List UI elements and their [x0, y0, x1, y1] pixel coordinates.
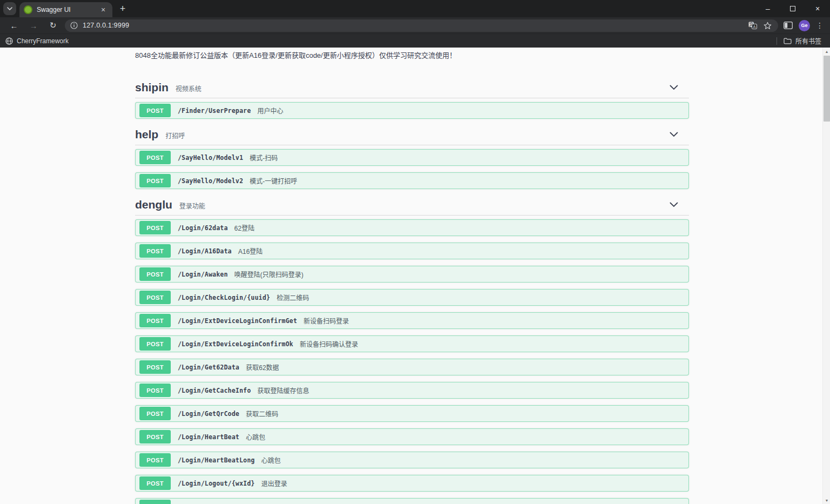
tag-description: 登录功能: [179, 201, 205, 210]
chevron-down-icon: [670, 202, 678, 207]
swagger-page: 8048全功能最新修订公益版本（更新A16登录/更新获取code/更新小程序授权…: [0, 48, 830, 504]
bookmark-star-icon[interactable]: [764, 22, 772, 30]
maximize-button[interactable]: [780, 0, 805, 17]
endpoint-summary: 心跳包: [261, 455, 280, 465]
browser-menu-button[interactable]: ⋮: [816, 21, 824, 30]
method-badge: POST: [139, 291, 171, 304]
operations-list: POST /Login/62data 62登陆 POST /Login/A16D…: [135, 216, 689, 504]
bookmark-cherryframework[interactable]: CherryFramework: [5, 37, 69, 45]
endpoint-row[interactable]: POST /Login/Get62Data 获取62数据: [135, 359, 689, 375]
endpoint-row[interactable]: POST /Login/HeartBeatLong 心跳包: [135, 452, 689, 468]
tab-close-button[interactable]: ×: [98, 5, 108, 15]
operations-list: POST /SayHello/Modelv1 模式-扫码 POST /SayHe…: [135, 145, 689, 189]
chevron-down-icon: [670, 85, 678, 90]
endpoint-path: /SayHello/Modelv2: [178, 177, 243, 185]
endpoint-summary: 获取登陆缓存信息: [257, 386, 309, 395]
close-button[interactable]: ×: [805, 0, 830, 17]
globe-icon: [5, 37, 13, 45]
method-badge: POST: [139, 151, 171, 164]
endpoint-row[interactable]: POST /Login/Awaken 唤醒登陆(只限扫码登录): [135, 266, 689, 283]
endpoint-summary: A16登陆: [238, 246, 263, 256]
endpoint-row[interactable]: POST /SayHello/Modelv1 模式-扫码: [135, 149, 689, 166]
endpoint-summary: 获取62数据: [246, 362, 279, 372]
method-badge: POST: [139, 221, 171, 234]
swagger-favicon-icon: [24, 5, 32, 14]
minimize-button[interactable]: –: [755, 0, 780, 17]
new-tab-button[interactable]: +: [116, 2, 130, 16]
endpoint-row[interactable]: POST /Finder/UserPrepare 用户中心: [135, 102, 689, 119]
url-text[interactable]: 127.0.0.1:9999: [83, 22, 748, 29]
scrollbar-down-arrow[interactable]: ▼: [823, 496, 830, 504]
endpoint-summary: 新设备扫码登录: [304, 316, 349, 325]
endpoint-row[interactable]: POST /Login/ExtDeviceLoginConfirmGet 新设备…: [135, 312, 689, 329]
endpoint-summary: 退出登录: [261, 479, 287, 488]
swagger-content: 8048全功能最新修订公益版本（更新A16登录/更新获取code/更新小程序授权…: [135, 48, 689, 504]
collapse-tag-button[interactable]: [667, 128, 680, 141]
info-icon: [70, 22, 78, 29]
endpoint-summary: 62登陆: [235, 223, 255, 232]
scrollbar-thumb[interactable]: [824, 56, 830, 122]
method-badge: POST: [139, 174, 171, 187]
tag-header-text: shipin 视频系统: [135, 79, 202, 96]
bookmarks-divider: [777, 37, 777, 45]
endpoint-summary: 心跳包: [246, 432, 265, 441]
page-scrollbar[interactable]: ▲ ▼: [822, 48, 830, 504]
bookmark-label: CherryFramework: [17, 37, 69, 45]
endpoint-row[interactable]: POST /Login/62data 62登陆: [135, 219, 689, 236]
window-controls: – ×: [755, 0, 830, 17]
endpoint-row[interactable]: POST /Login/ExtDeviceLoginConfirmOk 新设备扫…: [135, 335, 689, 352]
all-bookmarks-label: 所有书签: [795, 36, 821, 45]
method-badge: POST: [139, 476, 171, 490]
method-badge: POST: [139, 104, 171, 117]
tag-header[interactable]: help 打招呼: [135, 125, 689, 145]
endpoint-summary: 用户中心: [257, 106, 283, 115]
back-button[interactable]: ←: [7, 18, 21, 32]
endpoint-row[interactable]: POST: [135, 498, 689, 504]
translate-icon[interactable]: 文A: [748, 22, 757, 29]
endpoint-row[interactable]: POST /Login/A16Data A16登陆: [135, 243, 689, 259]
endpoint-path: /Login/GetCacheInfo: [178, 387, 251, 394]
tag-name: denglu: [135, 197, 172, 213]
endpoint-path: /Login/CheckLogin/{uuid}: [178, 294, 270, 301]
collapse-tag-button[interactable]: [667, 198, 680, 211]
profile-avatar[interactable]: Ge: [799, 20, 810, 31]
endpoint-row[interactable]: POST /Login/CheckLogin/{uuid} 检测二维码: [135, 289, 689, 306]
endpoint-row[interactable]: POST /Login/GetCacheInfo 获取登陆缓存信息: [135, 382, 689, 399]
endpoint-row[interactable]: POST /Login/Logout/{wxId} 退出登录: [135, 475, 689, 492]
tag-header[interactable]: denglu 登录功能: [135, 196, 689, 216]
forward-button[interactable]: →: [26, 18, 41, 32]
tab-title: Swagger UI: [37, 6, 98, 14]
method-badge: POST: [139, 384, 171, 397]
endpoint-path: /Login/Get62Data: [178, 364, 239, 371]
collapse-tag-button[interactable]: [667, 81, 680, 94]
endpoint-summary: 唤醒登陆(只限扫码登录): [235, 270, 304, 279]
all-bookmarks-button[interactable]: 所有书签: [784, 36, 821, 45]
method-badge: POST: [139, 337, 171, 351]
folder-icon: [784, 38, 792, 44]
method-badge: POST: [139, 244, 171, 258]
chevron-down-icon: [7, 7, 12, 10]
browser-tab[interactable]: Swagger UI ×: [19, 2, 112, 17]
method-badge: POST: [139, 407, 171, 420]
endpoint-path: /Login/HeartBeat: [178, 433, 239, 441]
endpoint-row[interactable]: POST /SayHello/Modelv2 模式-一键打招呼: [135, 172, 689, 189]
method-badge: POST: [139, 500, 171, 504]
operations-list: POST /Finder/UserPrepare 用户中心: [135, 98, 689, 119]
chevron-down-icon: [670, 132, 678, 137]
endpoint-row[interactable]: POST /Login/HeartBeat 心跳包: [135, 428, 689, 445]
tag-header[interactable]: shipin 视频系统: [135, 78, 689, 98]
svg-text:A: A: [753, 24, 755, 29]
site-info-button[interactable]: [70, 22, 78, 29]
tag-description: 视频系统: [176, 84, 202, 93]
method-badge: POST: [139, 360, 171, 374]
endpoint-path: /Login/HeartBeatLong: [178, 456, 255, 464]
tab-search-button[interactable]: [3, 2, 16, 15]
side-panel-icon[interactable]: [784, 22, 793, 29]
endpoint-row[interactable]: POST /Login/GetQrCode 获取二维码: [135, 405, 689, 422]
reload-button[interactable]: ↻: [46, 18, 60, 32]
scrollbar-up-arrow[interactable]: ▲: [823, 48, 830, 55]
bookmarks-bar: CherryFramework 所有书签: [0, 33, 830, 48]
address-bar[interactable]: 127.0.0.1:9999 文A: [65, 19, 778, 32]
api-tag-section: shipin 视频系统 POST /Finder/UserPrepare 用户中…: [135, 78, 689, 119]
method-badge: POST: [139, 453, 171, 467]
